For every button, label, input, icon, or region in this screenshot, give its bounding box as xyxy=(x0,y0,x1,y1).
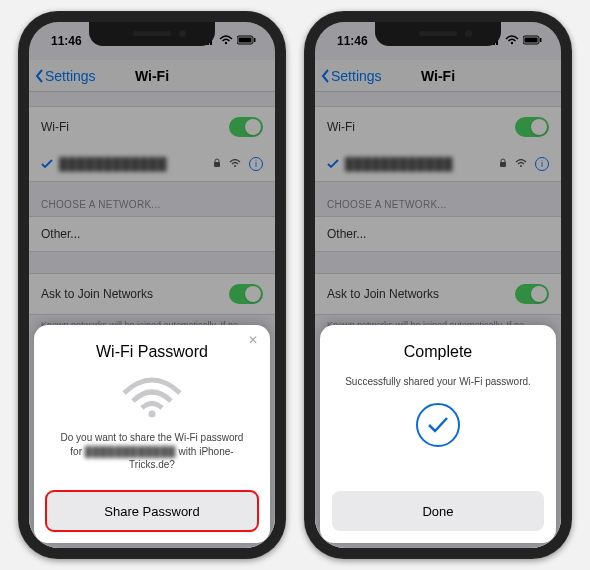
done-button-label: Done xyxy=(422,504,453,519)
phone-right: 11:46 Settings Wi-Fi Wi-Fi xyxy=(304,11,572,559)
share-password-button[interactable]: Share Password xyxy=(46,491,258,531)
svg-point-10 xyxy=(149,411,156,418)
close-icon[interactable]: ✕ xyxy=(248,333,258,347)
phone-left: 11:46 Settings Wi-Fi Wi-Fi xyxy=(18,11,286,559)
share-password-sheet: ✕ Wi-Fi Password Do you want to share th… xyxy=(34,325,270,543)
complete-message: Successfully shared your Wi-Fi password. xyxy=(334,375,542,389)
wifi-large-icon xyxy=(48,375,256,419)
complete-sheet: Complete Successfully shared your Wi-Fi … xyxy=(320,325,556,543)
sheet-title: Complete xyxy=(334,343,542,361)
sheet-title: Wi-Fi Password xyxy=(48,343,256,361)
share-button-label: Share Password xyxy=(104,504,199,519)
done-button[interactable]: Done xyxy=(332,491,544,531)
share-message: Do you want to share the Wi-Fi password … xyxy=(48,431,256,472)
success-check-icon xyxy=(416,403,460,447)
